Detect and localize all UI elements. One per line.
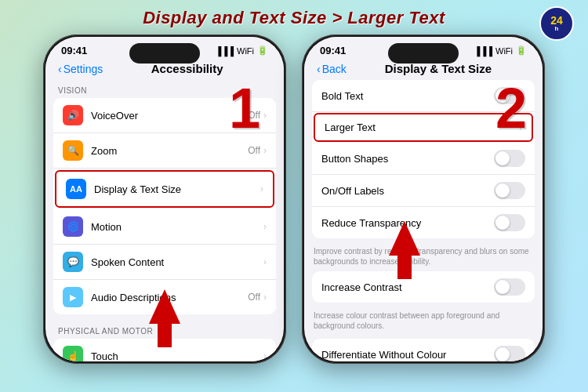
nav-title-left: Accessibility	[103, 62, 271, 75]
battery-icon-right: 🔋	[516, 45, 527, 56]
larger-text-label: Larger Text	[325, 122, 376, 133]
arrow-head-right	[389, 221, 420, 256]
onoff-toggle[interactable]	[494, 182, 525, 199]
status-icons-left: ▐▐▐ WiFi 🔋	[216, 45, 268, 56]
nav-back-label-left: Settings	[64, 63, 103, 75]
spoken-content-label: Spoken Content	[91, 256, 263, 268]
arrow-shaft-right	[397, 256, 412, 279]
status-bar-left: 09:41 ▐▐▐ WiFi 🔋	[45, 37, 284, 60]
zoom-label: Zoom	[91, 145, 248, 157]
contrast-description: Increase colour contrast between app for…	[304, 309, 543, 336]
display-text-size-item[interactable]: AA Display & Text Size ›	[55, 170, 274, 208]
chevron-icon: ›	[260, 183, 263, 194]
motion-label: Motion	[91, 221, 263, 233]
nav-title-right: Display & Text Size	[347, 62, 530, 75]
arrow-shaft-left	[158, 324, 172, 347]
list-item[interactable]: 💬 Spoken Content ›	[53, 245, 276, 280]
reduce-transparency-item[interactable]: Reduce Transparency	[312, 207, 535, 238]
dynamic-island-right	[388, 43, 459, 64]
chevron-icon: ›	[263, 292, 267, 303]
header: Display and Text Size > Larger Text 24 h	[0, 0, 588, 34]
transparency-description: Improve contrast by reducing transparenc…	[304, 245, 543, 271]
wifi-icon-right: WiFi	[495, 46, 513, 56]
back-chevron-right: ‹	[317, 63, 321, 75]
bold-text-label: Bold Text	[321, 90, 363, 102]
chevron-icon: ›	[263, 350, 267, 361]
voiceover-icon: 🔊	[63, 105, 83, 125]
button-shapes-item[interactable]: Button Shapes	[312, 143, 535, 175]
nav-back-left[interactable]: ‹ Settings	[58, 63, 103, 75]
differentiate-toggle[interactable]	[494, 346, 525, 361]
arrow-left	[149, 289, 180, 347]
touch-label: Touch	[91, 350, 263, 362]
chevron-icon: ›	[263, 145, 267, 156]
differentiate-label: Differentiate Without Colour	[321, 349, 446, 361]
back-chevron-left: ‹	[58, 63, 62, 75]
audio-desc-icon: ▶	[63, 287, 83, 307]
onoff-labels-item[interactable]: On/Off Labels	[312, 175, 535, 207]
display-text-size-label: Display & Text Size	[94, 183, 260, 195]
signal-icon: ▐▐▐	[216, 46, 234, 56]
logo-number: 24	[550, 15, 563, 26]
differentiate-item[interactable]: Differentiate Without Colour	[312, 339, 535, 361]
arrow-right	[389, 221, 420, 279]
logo: 24 h	[539, 6, 574, 41]
increase-contrast-item[interactable]: Increase Contrast	[312, 271, 535, 303]
chevron-icon: ›	[263, 221, 267, 232]
settings-group-contrast: Increase Contrast	[312, 271, 535, 303]
button-shapes-label: Button Shapes	[321, 153, 388, 165]
phone-left: 09:41 ▐▐▐ WiFi 🔋 ‹ Settings Accessibilit…	[43, 34, 286, 364]
increase-contrast-toggle[interactable]	[494, 278, 525, 296]
status-time-left: 09:41	[61, 45, 87, 56]
arrow-head-left	[149, 289, 180, 324]
settings-group-differentiate: Differentiate Without Colour	[312, 339, 535, 361]
header-title: Display and Text Size > Larger Text	[143, 8, 445, 27]
spoken-content-icon: 💬	[63, 252, 83, 272]
reduce-transparency-toggle[interactable]	[494, 214, 525, 231]
status-icons-right: ▐▐▐ WiFi 🔋	[474, 45, 527, 56]
zoom-icon: 🔍	[63, 140, 83, 161]
dynamic-island-left	[129, 43, 200, 64]
zoom-value: Off	[248, 145, 260, 156]
nav-back-label-right: Back	[322, 63, 347, 75]
step-number-2: 2	[495, 76, 527, 140]
chevron-icon: ›	[263, 256, 267, 267]
logo-suffix: h	[555, 26, 559, 32]
status-bar-right: 09:41 ▐▐▐ WiFi 🔋	[304, 37, 543, 60]
increase-contrast-label: Increase Contrast	[321, 281, 402, 293]
chevron-icon: ›	[263, 110, 267, 121]
audio-desc-value: Off	[248, 292, 260, 303]
signal-icon-right: ▐▐▐	[474, 46, 492, 56]
motion-icon: 🌀	[63, 216, 83, 237]
list-item[interactable]: 🌀 Motion ›	[53, 209, 276, 245]
status-time-right: 09:41	[320, 45, 346, 56]
onoff-labels-label: On/Off Labels	[321, 185, 384, 197]
step-number-1: 1	[229, 76, 260, 140]
battery-icon: 🔋	[257, 45, 268, 56]
phones-container: 09:41 ▐▐▐ WiFi 🔋 ‹ Settings Accessibilit…	[0, 34, 588, 364]
phone-right: 09:41 ▐▐▐ WiFi 🔋 ‹ Back Display & Text S…	[302, 34, 545, 364]
button-shapes-toggle[interactable]	[494, 150, 525, 167]
display-icon: AA	[66, 179, 86, 199]
wifi-icon: WiFi	[237, 46, 254, 56]
touch-icon: ☝	[63, 346, 83, 361]
voiceover-label: VoiceOver	[91, 110, 248, 122]
nav-back-right[interactable]: ‹ Back	[317, 63, 347, 75]
